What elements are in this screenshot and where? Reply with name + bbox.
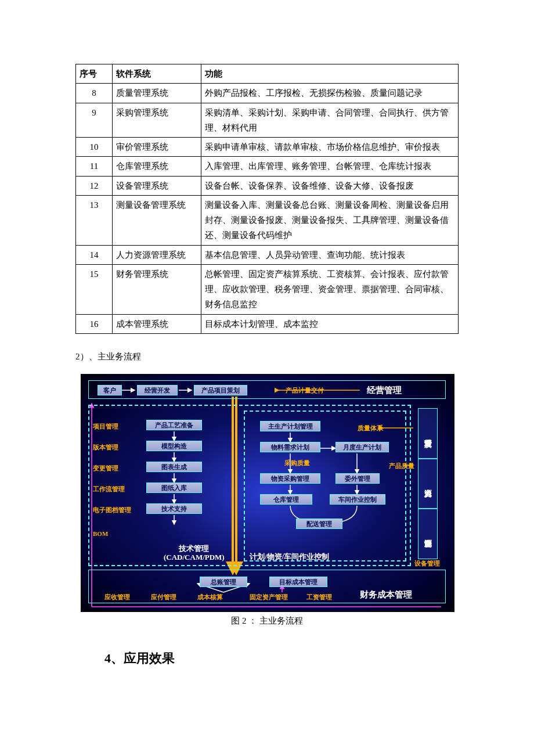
box-chart-gen: 图表生成 bbox=[146, 462, 202, 472]
label-bom: BOM bbox=[93, 530, 108, 537]
label-salary: 工资管理 bbox=[306, 593, 332, 602]
label-quality-system: 质量体系 bbox=[358, 424, 383, 433]
label-project-mgmt: 项目管理 bbox=[93, 422, 118, 431]
box-outsource: 委外管理 bbox=[335, 473, 380, 484]
table-row: 12设备管理系统设备台帐、设备保养、设备维修、设备大修、设备报废 bbox=[76, 176, 459, 195]
business-flow-diagram: 客户 经营开发 产品项目策划 产品计量交付 经营管理 项目管理 版本管理 变更管… bbox=[81, 374, 454, 612]
label-ar: 应收管理 bbox=[104, 593, 130, 602]
box-mrp: 物料需求计划 bbox=[260, 442, 320, 452]
label-tech-mgmt: 技术管理 (CAD/CAM/PDM) bbox=[164, 544, 225, 562]
table-row: 11仓库管理系统入库管理、出库管理、账务管理、台帐管理、仓库统计报表 bbox=[76, 157, 459, 176]
box-model-build: 模型构造 bbox=[146, 441, 202, 451]
box-delivery-mgmt: 配送管理 bbox=[296, 519, 342, 529]
table-row: 16成本管理系统目标成本计划管理、成本监控 bbox=[76, 314, 459, 333]
label-ap: 应付管理 bbox=[151, 593, 176, 602]
label-fin-cost-mgmt: 财务成本管理 bbox=[360, 589, 412, 600]
figure-caption: 图 2 ： 主业务流程 bbox=[81, 615, 453, 627]
panel-mfg-res: 制造资源 bbox=[418, 508, 438, 559]
box-workshop: 车间作业控制 bbox=[330, 494, 385, 505]
panel-hr: 人力资源 bbox=[418, 458, 438, 509]
label-change-mgmt: 变更管理 bbox=[93, 464, 118, 473]
label-edoc-mgmt: 电子图档管理 bbox=[93, 506, 131, 514]
table-row: 15财务管理系统总帐管理、固定资产核算系统、工资核算、会计报表、应付款管理、应收… bbox=[76, 264, 459, 314]
box-gl: 总账管理 bbox=[200, 577, 247, 587]
label-cost-calc: 成本核算 bbox=[197, 593, 223, 602]
table-row: 9采购管理系统采购清单、采购计划、采购申请、合同管理、合同执行、供方管理、材料代… bbox=[76, 103, 459, 138]
table-row: 8质量管理系统外购产品报检、工序报检、无损探伤检验、质量问题记录 bbox=[76, 84, 459, 103]
box-master-plan: 主生产计划管理 bbox=[260, 421, 320, 431]
section-subtitle: 2）、主业务流程 bbox=[75, 351, 459, 362]
table-header-row: 序号 软件系统 功能 bbox=[76, 64, 459, 84]
box-drawing-store: 图纸入库 bbox=[146, 483, 202, 493]
label-purchase-quality: 采购质量 bbox=[284, 459, 310, 467]
label-fixed-asset: 固定资产管理 bbox=[250, 593, 288, 602]
col-seq: 序号 bbox=[76, 64, 113, 84]
box-material-purchase: 物资采购管理 bbox=[260, 473, 320, 484]
table-row: 13测量设备管理系统测量设备入库、测量设备总台账、测量设备周检、测量设备启用封存… bbox=[76, 195, 459, 245]
label-equipment: 设备管理 bbox=[414, 559, 440, 568]
label-workflow-mgmt: 工作流管理 bbox=[93, 485, 125, 494]
box-monthly-plan: 月度生产计划 bbox=[335, 442, 389, 452]
table-row: 14人力资源管理系统基本信息管理、人员异动管理、查询功能、统计报表 bbox=[76, 245, 459, 264]
box-process-prep: 产品工艺准备 bbox=[146, 420, 202, 430]
systems-table: 序号 软件系统 功能 8质量管理系统外购产品报检、工序报检、无损探伤检验、质量问… bbox=[75, 64, 459, 334]
label-plan-material-workshop: 计划/物资/车间作业控制 bbox=[250, 552, 329, 561]
label-product-quality: 产品质量 bbox=[389, 462, 414, 470]
box-target-cost: 目标成本管理 bbox=[269, 577, 327, 587]
label-version-mgmt: 版本管理 bbox=[93, 443, 118, 452]
table-row: 10审价管理系统采购申请单审核、请款单审核、市场价格信息维护、审价报表 bbox=[76, 138, 459, 157]
box-tech-support: 技术支持 bbox=[146, 503, 202, 514]
section-heading-4: 4、应用效果 bbox=[104, 650, 459, 667]
box-warehouse: 仓库管理 bbox=[260, 494, 312, 505]
panel-quality-mgmt: 质量管理 bbox=[418, 408, 438, 459]
col-func: 功能 bbox=[201, 64, 459, 84]
col-sys: 软件系统 bbox=[113, 64, 201, 84]
